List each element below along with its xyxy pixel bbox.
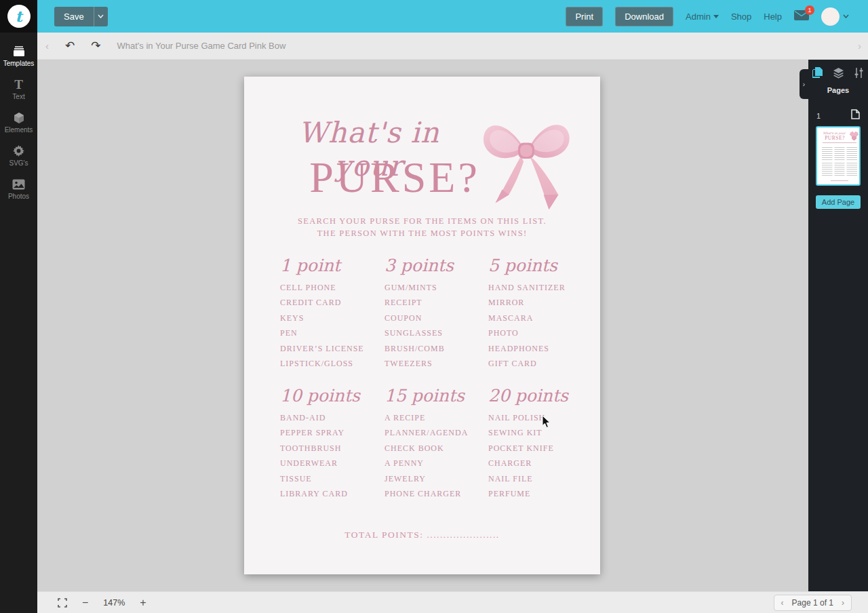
points-group-header: 3 points — [384, 256, 488, 280]
subtitle-line-2: THE PERSON WITH THE MOST POINTS WINS! — [244, 227, 600, 239]
save-split-button: Save — [54, 7, 108, 26]
zoom-in-button[interactable]: + — [140, 597, 146, 608]
app-logo[interactable]: t — [0, 0, 37, 33]
pink-bow-illustration[interactable] — [479, 109, 573, 216]
avatar — [821, 7, 840, 26]
points-list-item: LIBRARY CARD — [280, 486, 384, 501]
print-button[interactable]: Print — [566, 7, 603, 26]
points-list-item: NAIL FILE — [488, 471, 597, 486]
fullscreen-icon[interactable] — [58, 598, 67, 608]
zoom-level: 147% — [103, 598, 125, 608]
points-list-item: CELL PHONE — [280, 280, 384, 295]
points-group: 10 pointsBAND-AIDPEPPER SPRAYTOOTHBRUSHU… — [280, 386, 384, 501]
points-list-item: HAND SANITIZER — [488, 280, 597, 295]
page-thumbnail-preview: What's in your PURSE? — [817, 127, 861, 186]
page-thumbnail[interactable]: What's in your PURSE? — [816, 126, 861, 186]
points-list-item: PEPPER SPRAY — [280, 425, 384, 440]
app-window: t Templates T Text Elements — [0, 0, 868, 613]
sidebar-nav: Templates T Text Elements SVG's — [0, 33, 37, 205]
points-list-item: SUNGLASSES — [384, 325, 488, 340]
points-list-item: PERFUME — [488, 486, 597, 501]
card-subtitle[interactable]: SEARCH YOUR PURSE FOR THE ITEMS ON THIS … — [244, 215, 600, 239]
add-page-button[interactable]: Add Page — [816, 195, 861, 209]
redo-button[interactable]: ↷ — [91, 40, 100, 52]
chevron-down-icon — [713, 15, 719, 18]
layers-tab-icon[interactable] — [833, 67, 844, 79]
duplicate-page-icon[interactable] — [851, 109, 860, 122]
points-list-item: PHOTO — [488, 325, 597, 340]
settings-sliders-tab-icon[interactable] — [853, 67, 865, 79]
total-points-line[interactable]: TOTAL POINTS: ...................... — [244, 530, 600, 540]
points-group-header: 5 points — [488, 256, 597, 280]
points-list-item: PHONE CHARGER — [384, 486, 488, 501]
points-list-item: CHECK BOOK — [384, 441, 488, 456]
account-menu[interactable] — [821, 7, 849, 26]
admin-menu[interactable]: Admin — [686, 12, 719, 22]
points-list-item: UNDERWEAR — [280, 456, 384, 471]
zoom-controls: − 147% + — [58, 597, 146, 608]
zoom-out-button[interactable]: − — [82, 597, 88, 608]
back-chevron-icon[interactable]: ‹ — [45, 40, 49, 52]
chevron-down-icon — [98, 14, 104, 18]
sidebar-item-templates[interactable]: Templates — [0, 39, 37, 73]
editor-canvas[interactable]: What's in your PURSE? — [37, 60, 808, 591]
text-icon: T — [12, 79, 26, 91]
save-button[interactable]: Save — [54, 7, 94, 26]
thumb-bow-icon — [850, 131, 859, 140]
chevron-down-icon — [843, 14, 849, 18]
sidebar-item-svgs[interactable]: SVG's — [0, 139, 37, 172]
page-row: 1 — [808, 109, 868, 122]
forward-chevron-icon[interactable]: › — [858, 40, 861, 52]
mail-badge: 1 — [805, 5, 814, 15]
points-list-item: A PENNY — [384, 456, 488, 471]
help-link[interactable]: Help — [764, 12, 782, 22]
points-list-item: POCKET KNIFE — [488, 441, 597, 456]
sidebar-item-text[interactable]: T Text — [0, 73, 37, 106]
document-page[interactable]: What's in your PURSE? — [244, 77, 600, 574]
templett-logo-icon: t — [7, 5, 31, 28]
points-list-item: BRUSH/COMB — [384, 341, 488, 356]
next-page-icon[interactable]: › — [842, 598, 844, 608]
points-list-item: LIPSTICK/GLOSS — [280, 356, 384, 371]
page-navigator: ‹ Page 1 of 1 › — [774, 595, 852, 611]
collapse-panel-tab[interactable]: › — [800, 69, 808, 99]
points-list-item: TISSUE — [280, 471, 384, 486]
card-main-title[interactable]: PURSE? — [296, 153, 494, 203]
shop-link[interactable]: Shop — [731, 12, 751, 22]
points-list-item: JEWELRY — [384, 471, 488, 486]
points-groups-row-1[interactable]: 1 pointCELL PHONECREDIT CARDKEYSPENDRIVE… — [280, 256, 582, 371]
points-list-item: GUM/MINTS — [384, 280, 488, 295]
points-list-item: BAND-AID — [280, 410, 384, 425]
points-group: 15 pointsA RECIPEPLANNER/AGENDACHECK BOO… — [384, 386, 488, 501]
document-toolbar: ‹ ↶ ↷ What's in Your Purse Game Card Pin… — [37, 33, 868, 60]
points-group-header: 20 points — [488, 386, 597, 410]
panel-tab-icons — [808, 60, 868, 79]
points-list-item: RECEIPT — [384, 295, 488, 310]
thumb-total-line — [831, 180, 848, 181]
photos-icon — [12, 178, 26, 191]
previous-page-icon[interactable]: ‹ — [781, 598, 784, 608]
mouse-cursor — [542, 415, 551, 429]
document-title: What's in Your Purse Game Card Pink Bow — [117, 41, 286, 51]
messages-button[interactable]: 1 — [794, 10, 809, 23]
thumb-list-columns — [822, 163, 857, 176]
left-sidebar: t Templates T Text Elements — [0, 0, 37, 613]
download-button[interactable]: Download — [615, 7, 673, 26]
points-list-item: KEYS — [280, 311, 384, 325]
shop-label: Shop — [731, 12, 751, 22]
points-list-item: A RECIPE — [384, 410, 488, 425]
points-groups-row-2[interactable]: 10 pointsBAND-AIDPEPPER SPRAYTOOTHBRUSHU… — [280, 386, 582, 501]
sidebar-item-label: Photos — [8, 193, 29, 200]
points-list-item: HEADPHONES — [488, 341, 597, 356]
sidebar-item-photos[interactable]: Photos — [0, 172, 37, 205]
save-options-button[interactable] — [94, 7, 108, 26]
help-label: Help — [764, 12, 782, 22]
points-group: 3 pointsGUM/MINTSRECEIPTCOUPONSUNGLASSES… — [384, 256, 488, 371]
points-group-header: 15 points — [384, 386, 488, 410]
points-list-item: TOOTHBRUSH — [280, 441, 384, 456]
undo-button[interactable]: ↶ — [65, 40, 75, 52]
sidebar-item-label: SVG's — [9, 159, 28, 167]
points-list-item: COUPON — [384, 311, 488, 325]
pages-tab-icon[interactable] — [812, 67, 824, 79]
sidebar-item-elements[interactable]: Elements — [0, 106, 37, 139]
